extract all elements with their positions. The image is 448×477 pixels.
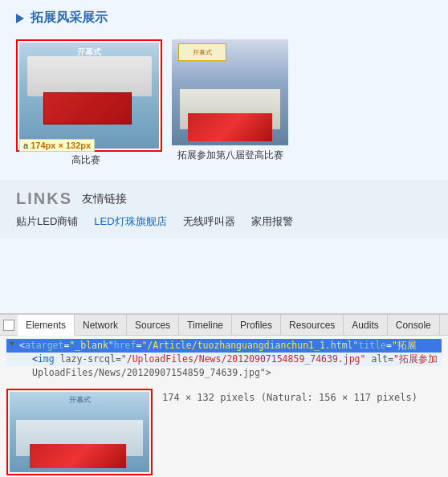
img-size-tooltip: a 174px × 132px <box>19 139 95 152</box>
link-item-4[interactable]: 家用报警 <box>251 214 293 229</box>
devtools-checkbox[interactable] <box>3 320 14 331</box>
attr-target-val: "_blank" <box>69 340 113 351</box>
tab-resources[interactable]: Resources <box>281 315 344 336</box>
devtools-html-tree: ▼ <a target="_blank" href="/Article/tuoz… <box>0 336 448 382</box>
attr-href-val: "/Article/tuozhanguangdianchun1_1.html" <box>141 340 358 351</box>
links-header: LINKS 友情链接 <box>16 190 432 208</box>
tab-profiles[interactable]: Profiles <box>232 315 281 336</box>
links-list: 贴片LED商铺 LED灯珠旗舰店 无线呼叫器 家用报警 <box>16 214 432 229</box>
attr-title-val: "拓展 <box>392 340 417 352</box>
preview-section: 开幕式 174 × 132 pixels (Natural: 156 × 117… <box>0 385 448 477</box>
section-title: 拓展风采展示 <box>31 10 108 26</box>
tooltip-width: 174px <box>31 141 55 150</box>
devtools-panel: Elements Network Sources Timeline Profil… <box>0 313 448 477</box>
tab-timeline[interactable]: Timeline <box>179 315 232 336</box>
main-photo[interactable]: 开幕式 <box>19 43 159 149</box>
links-title-cn: 友情链接 <box>82 192 127 206</box>
images-row: 开幕式 a 174px × 132px 高比赛 开幕式 <box>0 33 448 173</box>
selected-image-border: 开幕式 a 174px × 132px <box>16 39 162 152</box>
attr-title: title <box>358 340 386 351</box>
img-src-line: UploadFiles/News/20120907154859_74639.jp… <box>6 366 442 379</box>
second-image-area: 开幕式 拓展参加第八届登高比赛 <box>172 39 288 162</box>
a-tag-name: a <box>25 340 31 351</box>
tab-sources[interactable]: Sources <box>127 315 179 336</box>
img-src-text: UploadFiles/News/20120907154859_74639.jp… <box>32 367 271 378</box>
attr-href: href <box>114 340 136 351</box>
second-img-caption: 拓展参加第八届登高比赛 <box>177 149 283 162</box>
links-section: LINKS 友情链接 贴片LED商铺 LED灯珠旗舰店 无线呼叫器 家用报警 <box>0 180 448 238</box>
tab-audits[interactable]: Audits <box>344 315 387 336</box>
link-item-1[interactable]: 贴片LED商铺 <box>16 214 78 229</box>
preview-banner <box>30 444 126 468</box>
photo-people-group <box>27 56 152 96</box>
main-img-caption: 高比赛 <box>16 153 156 167</box>
img-tag-line: <img lazy-srcql="/UploadFiles/News/20120… <box>6 353 442 366</box>
link-item-2[interactable]: LED灯珠旗舰店 <box>94 214 166 229</box>
second-photo-banner <box>188 113 272 141</box>
link-item-3[interactable]: 无线呼叫器 <box>183 214 235 229</box>
a-tag-open: < <box>19 340 25 351</box>
img-tag-text: <img lazy-srcql="/UploadFiles/News/20120… <box>32 353 438 365</box>
tab-elements[interactable]: Elements <box>18 315 75 336</box>
preview-text-overlay: 开幕式 <box>69 395 91 406</box>
preview-info-area: 174 × 132 pixels (Natural: 156 × 117 pix… <box>162 389 417 403</box>
triangle-icon <box>16 14 24 23</box>
second-photo-sign: 开幕式 <box>178 43 226 61</box>
tab-network[interactable]: Network <box>75 315 127 336</box>
section-header: 拓展风采展示 <box>0 0 448 33</box>
tab-console[interactable]: Console <box>388 315 440 336</box>
img-expand <box>22 353 32 361</box>
tooltip-sep: × <box>58 141 65 150</box>
links-title-en: LINKS <box>16 190 72 208</box>
tooltip-tag: a <box>23 141 28 150</box>
photo-banner <box>43 92 132 124</box>
selected-html-node[interactable]: ▼ <a target="_blank" href="/Article/tuoz… <box>6 339 442 353</box>
second-photo[interactable]: 开幕式 <box>172 39 288 145</box>
tooltip-height: 132px <box>66 141 91 150</box>
attr-target: target <box>31 340 64 351</box>
webpage-content: 拓展风采展示 开幕式 a 174px × 132px 高比赛 <box>0 0 448 313</box>
preview-image-box: 开幕式 <box>6 389 153 475</box>
preview-image: 开幕式 <box>10 392 149 472</box>
main-image-container: 开幕式 a 174px × 132px 高比赛 <box>16 39 162 167</box>
devtools-tabs: Elements Network Sources Timeline Profil… <box>0 315 448 336</box>
expand-arrow: ▼ <box>10 340 19 348</box>
preview-size-info: 174 × 132 pixels (Natural: 156 × 117 pix… <box>162 392 417 403</box>
